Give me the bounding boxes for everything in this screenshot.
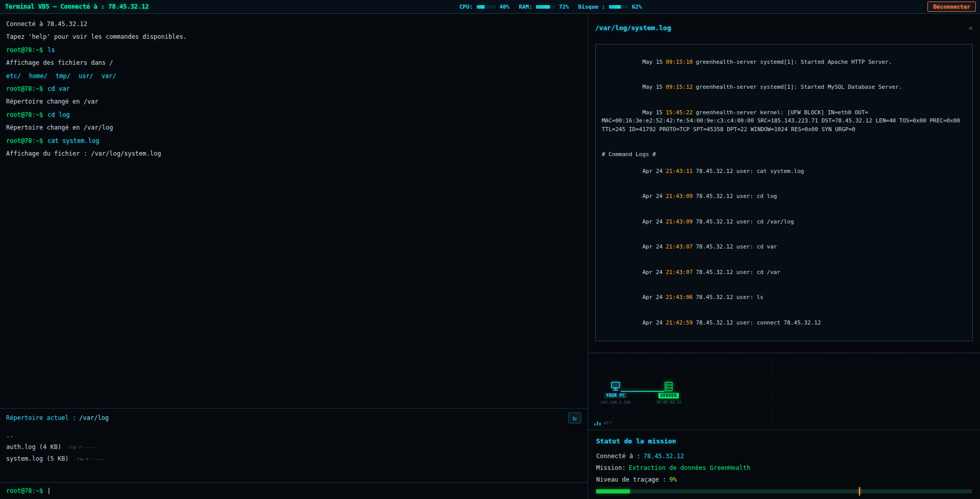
command-text: cat system.log [47,137,99,144]
cpu-gauge: CPU: 40% [459,4,509,10]
pc-icon [610,382,621,391]
command-text: cd log [47,111,69,118]
log-line: Apr 2421:43:0978.45.32.12 user: cd log [602,184,966,210]
cpu-gauge-track [477,5,496,9]
disconnect-button[interactable]: Déconnecter [927,2,976,12]
log-text: 78.45.32.12 user: cd log [696,193,777,199]
disk-gauge-track [609,5,628,9]
ram-gauge-track [536,5,555,9]
file-size: (5 KB) [46,455,68,462]
terminal-command-line: root@78:~$cd log [6,111,581,118]
terminal-command-line: root@78:~$ls [6,46,581,54]
ram-gauge-value: 72% [559,4,569,10]
network-node-pc: YOUR PC 192.168.1.100 [599,382,632,405]
log-line: Apr 2421:43:0778.45.32.12 user: cd var [602,235,966,260]
prompt-label: root@78:~$ [6,487,43,494]
server-node-label: SERVER [658,393,679,398]
current-directory-label: Répertoire actuel : [6,414,76,421]
net-meter-label: NET [604,421,612,426]
server-node-ip: 78.45.32.12 [656,400,681,405]
log-time: 21:43:07 [666,243,693,250]
file-browser-header: Répertoire actuel :/var/log ↻ [0,409,587,425]
file-size: (4 KB) [39,443,61,451]
terminal-line: Tapez 'help' pour voir les commandes dis… [6,33,581,40]
dir-entry: home/ [29,72,47,80]
dir-entry: usr/ [79,72,93,80]
dir-entry: etc/ [6,72,21,80]
pc-node-label: YOUR PC [604,393,627,398]
net-activity-bar [599,422,601,426]
terminal-line: Répertoire changé en /var/log [6,124,581,131]
log-viewer-title: /var/log/system.log [595,24,671,32]
mission-label: Mission: [596,464,626,471]
connected-value: 78.45.32.12 [644,453,684,460]
file-item[interactable]: auth.log(4 KB)-rw-r----- [6,443,581,451]
side-panels: /var/log/system.log × May 1509:15:10gree… [588,14,980,499]
command-input-bar[interactable]: root@78:~$ | [0,482,587,499]
trace-progress-bar [596,489,972,493]
log-text: 78.45.32.12 user: ls [696,294,763,301]
terminal-output: Connecté à 78.45.32.12 Tapez 'help' pour… [0,14,587,408]
terminal-line: Connecté à 78.45.32.12 [6,20,581,28]
file-list: .. auth.log(4 KB)-rw-r----- system.log(5… [0,425,587,469]
log-line: Apr 2421:42:5978.45.32.12 user: connect … [602,310,966,336]
log-time: 21:43:11 [666,168,693,174]
mission-panel-title: Statut de la mission [596,437,972,445]
log-text: greenhealth-server systemd[1]: Started M… [696,84,902,90]
net-activity-meter: NET [594,421,612,426]
log-time: 21:43:06 [666,294,693,301]
trace-value: 9% [669,476,676,483]
cpu-gauge-label: CPU: [459,4,473,10]
current-directory: Répertoire actuel :/var/log [6,414,109,421]
log-time: 21:42:59 [666,319,693,326]
hacking-terminal-app: Terminal VD5 — Connecté à : 78.45.32.12 … [0,0,980,499]
log-line: Apr 2421:43:1178.45.32.12 user: cat syst… [602,159,966,184]
dir-entry: tmp/ [56,72,70,80]
current-directory-path: /var/log [79,414,109,421]
log-time: 21:43:07 [666,269,693,276]
system-gauges: CPU: 40% RAM: 72% Disque : 62% [459,0,642,13]
prompt-label: root@78:~$ [6,137,43,144]
log-viewer-panel: /var/log/system.log × May 1509:15:10gree… [588,14,980,353]
disk-gauge-value: 62% [632,4,642,10]
prompt-label: root@78:~$ [6,46,43,54]
mission-connected-row: Connecté à :78.45.32.12 [596,451,972,462]
parent-directory-item[interactable]: .. [6,432,581,439]
terminal-line: Affichage des fichiers dans / [6,59,581,66]
log-text: 78.45.32.12 user: cd var [696,243,777,250]
log-line: Apr 2421:43:0978.45.32.12 user: cd /var/… [602,209,966,235]
net-activity-bar [597,421,598,426]
command-text: ls [47,46,55,54]
log-blank-line [602,142,966,151]
log-date: Apr 24 [642,269,663,276]
terminal-command-line: root@78:~$cd var [6,85,581,92]
server-icon [664,382,674,391]
log-line: May 1509:15:12greenhealth-server systemd… [602,75,966,101]
cpu-gauge-value: 40% [500,4,510,10]
file-name: auth.log [6,443,36,451]
log-date: Apr 24 [642,218,663,225]
log-text: greenhealth-server systemd[1]: Started A… [696,59,892,65]
trace-threshold-marker [859,487,860,495]
log-section-header: # Command Logs # [602,151,966,159]
log-date: May 15 [642,84,663,90]
trace-progress-fill [596,489,630,493]
text-cursor: | [47,487,51,494]
close-icon[interactable]: × [969,24,973,32]
log-text: 78.45.32.12 user: connect 78.45.32.12 [696,319,821,326]
prompt-label: root@78:~$ [6,111,43,118]
log-text: 78.45.32.12 user: cd /var/log [696,218,794,225]
log-date: Apr 24 [642,243,663,250]
log-time: 21:43:09 [666,193,693,199]
dir-entry: var/ [102,72,116,80]
prompt-label: root@78:~$ [6,85,43,92]
log-text: 78.45.32.12 user: cd /var [696,269,780,276]
mission-value: Extraction de données GreenHealth [629,464,750,471]
refresh-button[interactable]: ↻ [568,412,581,423]
ram-gauge: RAM: 72% [519,4,569,10]
log-time: 21:43:09 [666,218,693,225]
pc-node-ip: 192.168.1.100 [601,400,631,405]
file-item[interactable]: system.log(5 KB)-rw-r----- [6,455,581,462]
ram-gauge-fill [536,5,550,9]
net-activity-bar [594,423,596,426]
